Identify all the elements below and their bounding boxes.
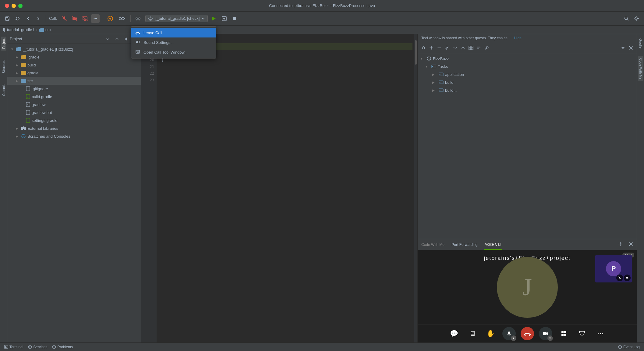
- hide-link[interactable]: Hide: [514, 36, 522, 40]
- participant-avatar: P: [606, 261, 621, 276]
- breadcrumb-src[interactable]: src: [45, 27, 51, 32]
- search-everywhere-button[interactable]: [622, 14, 631, 23]
- gradle-tasks-btn[interactable]: [468, 44, 474, 51]
- tree-item-src[interactable]: ▶ src: [7, 77, 141, 85]
- terminal-status[interactable]: Terminal: [2, 343, 25, 351]
- gradle-settings-btn[interactable]: [620, 44, 626, 51]
- svg-marker-20: [212, 17, 216, 20]
- mute-video-button[interactable]: [70, 14, 79, 23]
- project-strip-label[interactable]: Project: [1, 37, 6, 51]
- gradle-wrench-btn[interactable]: [483, 44, 490, 51]
- call-controls: 💬 🖥 ✋ ▼ ▼: [418, 324, 637, 342]
- tree-item-build-gradle[interactable]: G build.gradle: [7, 93, 141, 101]
- run-configuration[interactable]: ij_tutorial_gradle1 [check]: [145, 15, 208, 22]
- mute-button[interactable]: ▼: [502, 327, 516, 340]
- gradle-root[interactable]: ▼ FizzBuzz: [418, 55, 637, 62]
- tree-root[interactable]: ▼ ij_tutorial_gradle1 [FizzBuzz]: [7, 45, 141, 53]
- gradle-folder-chevron: ▶: [15, 55, 19, 59]
- svg-point-25: [636, 18, 638, 19]
- back-button[interactable]: [24, 14, 32, 23]
- commit-strip-label[interactable]: Commit: [1, 83, 6, 98]
- event-log-status[interactable]: Event Log: [616, 345, 642, 349]
- video-button[interactable]: ▼: [539, 327, 552, 340]
- services-icon: [28, 345, 32, 349]
- gradle-tasks[interactable]: ▼ Tasks: [418, 62, 637, 70]
- mute-arrow[interactable]: ▼: [511, 335, 516, 341]
- voice-settings-button[interactable]: [618, 242, 623, 247]
- gradle-link-btn[interactable]: [444, 44, 451, 51]
- avatar-letter: J: [522, 273, 532, 301]
- code-with-me-strip-label[interactable]: Code With Me: [638, 56, 643, 81]
- gradle-build-task[interactable]: ▶ build: [418, 78, 637, 86]
- menu-leave-call[interactable]: Leave Call: [131, 28, 216, 37]
- grid-button[interactable]: [557, 327, 571, 340]
- menu-open-call-tool[interactable]: Open Call Tool Window...: [131, 47, 216, 57]
- tree-item-build-folder[interactable]: ▶ build: [7, 61, 141, 69]
- tab-voice-call[interactable]: Voice Call: [484, 239, 502, 250]
- build-button[interactable]: [220, 14, 228, 23]
- gradle-diff-btn[interactable]: [476, 44, 482, 51]
- save-button[interactable]: [3, 14, 12, 23]
- editor-area: 17 18 19 20 21 22 23 j return Stri } }: [141, 34, 417, 342]
- video-arrow[interactable]: ▼: [547, 335, 553, 341]
- collapse-all-button[interactable]: [104, 36, 111, 42]
- breadcrumb-project[interactable]: ij_tutorial_gradle1: [3, 27, 34, 32]
- cam-mute-badge: [624, 275, 631, 281]
- tree-item-settings-gradle[interactable]: G settings.gradle: [7, 116, 141, 124]
- code-with-me-button[interactable]: [106, 14, 115, 23]
- menu-sound-settings[interactable]: Sound Settings...: [131, 37, 216, 47]
- shield-button[interactable]: 🛡: [575, 327, 589, 340]
- chat-button[interactable]: 💬: [448, 327, 461, 340]
- voice-hide-button[interactable]: [629, 242, 633, 247]
- mute-screen-button[interactable]: [81, 14, 89, 23]
- expand-all-button[interactable]: [114, 36, 120, 42]
- gradle-strip-label[interactable]: Gradle: [638, 37, 643, 50]
- gradle-refresh-btn[interactable]: [420, 44, 427, 51]
- settings-button[interactable]: [632, 14, 641, 23]
- tree-item-gradle-dir[interactable]: ▶ gradle: [7, 69, 141, 77]
- forward-button[interactable]: [34, 14, 43, 23]
- vcs-button[interactable]: [134, 14, 142, 23]
- sound-settings-icon: [135, 40, 140, 45]
- services-status[interactable]: Services: [26, 343, 49, 351]
- tree-item-external-libs[interactable]: ▶ External Libraries: [7, 124, 141, 132]
- structure-strip-label[interactable]: Structure: [1, 58, 6, 75]
- panel-settings-button[interactable]: [123, 36, 129, 42]
- gradle-panel-header: [418, 42, 637, 53]
- end-call-button[interactable]: [521, 327, 534, 340]
- gradle-remove-btn[interactable]: [436, 44, 443, 51]
- screen-share-button[interactable]: 🖥: [466, 327, 479, 340]
- tree-item-build-gradle-label: build.gradle: [32, 94, 52, 99]
- maximize-button[interactable]: [18, 4, 23, 8]
- minimize-button[interactable]: [12, 4, 16, 8]
- raise-hand-button[interactable]: ✋: [484, 327, 497, 340]
- tree-item-gitignore[interactable]: .gitignore: [7, 85, 141, 93]
- sync-button[interactable]: [13, 14, 22, 23]
- run-button[interactable]: [210, 14, 218, 23]
- tab-port-forwarding[interactable]: Port Forwarding: [450, 239, 479, 250]
- gradle-collapse-btn[interactable]: [460, 44, 466, 51]
- gradle-hide-btn[interactable]: [628, 44, 634, 51]
- gradle-partial-item[interactable]: ▶ build...: [418, 86, 637, 94]
- share-button[interactable]: [116, 14, 127, 23]
- tree-item-scratches[interactable]: ▶ S Scratches and Consoles: [7, 132, 141, 140]
- stop-button[interactable]: [230, 14, 239, 23]
- open-call-tool-label: Open Call Tool Window...: [143, 50, 188, 55]
- close-button[interactable]: [5, 4, 9, 8]
- gradle-add-btn[interactable]: [428, 44, 435, 51]
- event-log-label: Event Log: [623, 345, 640, 349]
- tree-item-gradlew-bat[interactable]: gradlew.bat: [7, 108, 141, 116]
- more-controls-button[interactable]: ⋯: [594, 327, 607, 340]
- gradle-application[interactable]: ▶ application: [418, 70, 637, 78]
- tree-item-gradle-folder[interactable]: ▶ .gradle: [7, 53, 141, 61]
- problems-status[interactable]: Problems: [50, 343, 75, 351]
- editor-scrollbar[interactable]: [414, 34, 417, 342]
- video-area: jetbrains's+FizzBuzz+project AUD J P: [418, 250, 637, 324]
- mute-call-button[interactable]: [60, 14, 69, 23]
- call-more-button[interactable]: [91, 14, 100, 23]
- tree-item-gitignore-label: .gitignore: [32, 87, 48, 91]
- gradle-expand-btn[interactable]: [452, 44, 458, 51]
- scrollbar-thumb[interactable]: [415, 40, 417, 65]
- tree-item-gradlew[interactable]: gradlew: [7, 101, 141, 108]
- code-editor[interactable]: j return Stri } }: [157, 34, 417, 342]
